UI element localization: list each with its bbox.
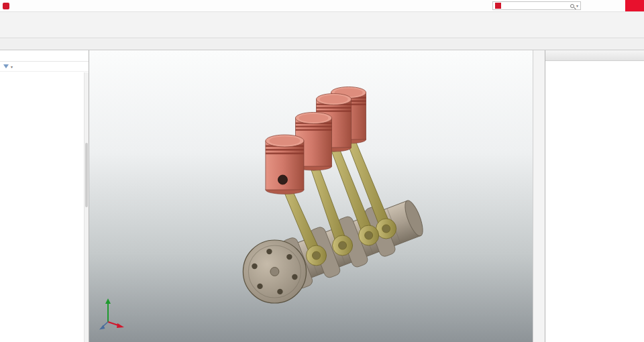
piston[interactable]: [266, 135, 304, 194]
command-manager-toolbar: [0, 12, 644, 38]
wrist-pin-hole: [278, 175, 287, 184]
task-pane-tab-strip: [533, 50, 545, 342]
document-window-controls: [633, 47, 644, 50]
search-box[interactable]: ▾: [492, 1, 581, 10]
window-close-button[interactable]: [625, 0, 644, 11]
tree-filter-bar[interactable]: ▾: [0, 62, 89, 72]
tree-scrollbar-thumb[interactable]: [85, 143, 88, 207]
filter-icon: [3, 64, 9, 68]
search-dropdown-icon[interactable]: ▾: [576, 3, 578, 8]
feature-tree: [0, 72, 89, 342]
graphics-area[interactable]: [89, 50, 533, 342]
featuremanager-tab-strip: [0, 50, 89, 62]
welcome-link[interactable]: [549, 66, 641, 76]
task-pane-header: [545, 50, 644, 61]
solidworks-logo-icon: [3, 3, 9, 9]
tree-scrollbar[interactable]: [84, 72, 89, 342]
window-minimize-button[interactable]: [594, 0, 608, 11]
search-icon[interactable]: [570, 4, 574, 8]
crankshaft-flange[interactable]: [243, 240, 306, 303]
window-maximize-button[interactable]: [610, 0, 624, 11]
titlebar: ▾: [0, 0, 644, 12]
engine-assembly-model[interactable]: [89, 50, 533, 342]
orientation-triad: [96, 296, 127, 331]
task-pane: [545, 50, 644, 342]
featuremanager-panel: ▾: [0, 50, 89, 342]
commandmanager-tab-bar: [0, 38, 644, 50]
task-pane-body: [545, 61, 644, 85]
filter-caret-icon: ▾: [11, 64, 13, 69]
solidworks-logo: [3, 3, 11, 9]
search-scope-icon: [495, 3, 501, 9]
